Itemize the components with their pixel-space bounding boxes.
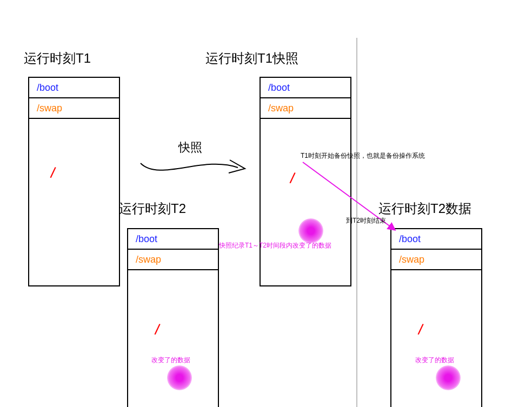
timeline-divider bbox=[0, 0, 532, 407]
backup-end-label: 到T2时刻结束 bbox=[346, 216, 386, 225]
backup-start-label: T1时刻开始备份快照，也就是备份操作系统 bbox=[301, 151, 425, 161]
snapshot-arrow-icon bbox=[138, 152, 251, 185]
snapshot-records-label: 快照纪录T1～T2时间段内改变了的数据 bbox=[219, 241, 331, 250]
backup-arrow-icon bbox=[300, 159, 403, 241]
